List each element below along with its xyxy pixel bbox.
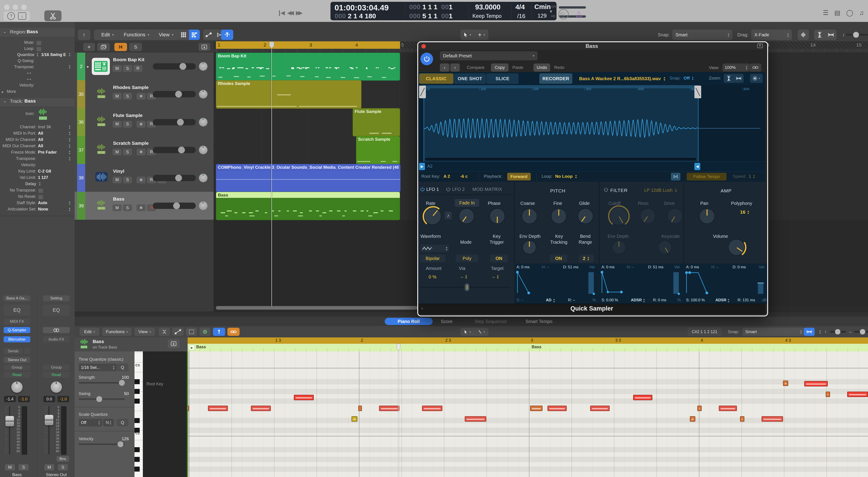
solo-button[interactable]: S (123, 65, 132, 72)
lfo2-tab[interactable]: LFO 2 (452, 187, 465, 192)
stepper[interactable]: ▴▾ (68, 137, 71, 142)
group-slot[interactable]: Group (43, 365, 70, 370)
list-editors-icon[interactable]: ☰ (823, 9, 829, 16)
swing-slider[interactable] (79, 399, 125, 400)
fade-in-label[interactable]: Fade In (455, 199, 479, 207)
lcd-signature[interactable]: 4/4 (515, 3, 525, 11)
slider-knob[interactable] (178, 146, 185, 154)
eq-slot[interactable]: EQ (43, 305, 70, 315)
amount-value[interactable]: 0 % (429, 274, 436, 280)
midi-note[interactable] (379, 406, 399, 411)
envelope-plot[interactable] (684, 270, 768, 297)
lfo1-tab[interactable]: LFO 1 (426, 187, 439, 192)
filter-type-dropdown[interactable]: LP 12dB Lush▴▾ (644, 188, 677, 193)
paste-button[interactable]: Paste (509, 64, 527, 72)
row-value[interactable]: All (38, 137, 43, 142)
midi-note[interactable] (351, 416, 358, 422)
lcd-key[interactable]: Cmin (534, 3, 551, 11)
pan-knob[interactable] (697, 206, 717, 226)
stepper[interactable]: ▴▾ (68, 52, 71, 57)
track-header-row[interactable]: 37Scratch SampleMS❄R (74, 136, 214, 164)
rootkey-cents[interactable]: -6 c (460, 174, 468, 179)
mute-button[interactable]: M (44, 464, 54, 471)
playhead-line[interactable] (272, 41, 272, 306)
undo-button[interactable]: Undo (533, 64, 550, 72)
envelope-panel[interactable]: A: 0 msH: –D: 0 msVelS: 100.0 %ADSR▴▾R: … (684, 264, 768, 304)
midi-note[interactable] (530, 406, 542, 411)
midi-note[interactable] (740, 416, 744, 422)
horizontal-scrollbar[interactable] (216, 306, 418, 310)
track-volume-slider[interactable] (153, 91, 196, 97)
midi-note[interactable] (548, 406, 567, 411)
midi-note[interactable] (633, 395, 652, 400)
catch-playhead-button[interactable] (221, 30, 233, 40)
disclosure-triangle[interactable]: ▸ (87, 64, 89, 69)
snap-dropdown[interactable]: Off▴▾ (684, 76, 694, 81)
freeze-button[interactable]: ❄ (136, 93, 146, 100)
row-value[interactable]: - - (27, 71, 31, 75)
reso-knob[interactable] (638, 206, 658, 226)
freeze-button[interactable]: ❄ (136, 148, 146, 156)
solo-button[interactable]: S (123, 93, 132, 100)
wave-vzoom-button[interactable] (724, 74, 734, 83)
media-browser-icon[interactable]: ♫ (859, 9, 864, 16)
tab-slice[interactable]: SLICE (487, 73, 519, 84)
row-value[interactable]: - - (27, 77, 31, 81)
edit-menu[interactable]: Edit▾ (94, 30, 121, 40)
automation-mode[interactable]: Read (43, 372, 70, 378)
midi-note[interactable] (294, 395, 314, 400)
env-mode-stepper[interactable]: ▴▾ (642, 298, 646, 303)
mode-value-button[interactable]: Poly (456, 254, 478, 262)
env-mode-stepper[interactable]: ▴▾ (727, 298, 730, 303)
channel-setting-button[interactable]: Setting (43, 296, 70, 301)
rewind-button[interactable]: ◀◀ (287, 9, 292, 16)
filter-env-depth-knob[interactable] (610, 238, 628, 257)
metronome-icon[interactable]: △ (574, 8, 584, 18)
envelope-plot[interactable] (515, 270, 599, 297)
midi-note[interactable] (590, 406, 610, 411)
bend-stepper[interactable]: ▴▾ (587, 256, 590, 261)
checkbox[interactable] (36, 40, 41, 45)
bipolar-button[interactable]: Bipolar (420, 254, 445, 262)
tq-apply-button[interactable]: Q (117, 364, 128, 371)
loop-browser-icon[interactable]: ◯ (846, 9, 853, 16)
command-tool-button[interactable]: +▾ (474, 30, 489, 40)
velocity-slider[interactable] (79, 444, 125, 445)
pr-h-zoom-slider[interactable] (854, 331, 868, 333)
no-overdub-icon[interactable]: ⃠ (558, 9, 569, 20)
pr-playhead-line[interactable] (398, 344, 399, 477)
v-zoom-slider[interactable]: ↕ (842, 33, 868, 37)
rate-sync-note-button[interactable]: ♪ (445, 212, 452, 219)
pr-edit-menu[interactable]: Edit▾ (80, 328, 99, 336)
arrange-region[interactable]: Scratch Sample (356, 136, 400, 164)
track-pan-knob[interactable] (199, 174, 208, 182)
track-pan-knob[interactable] (199, 201, 208, 210)
label-stepper[interactable]: ▴▾ (38, 181, 41, 186)
midi-note[interactable] (358, 406, 362, 411)
power-icon[interactable] (446, 187, 451, 192)
slider-knob[interactable] (118, 441, 123, 447)
pr-automation-button[interactable] (172, 328, 184, 336)
volume-value[interactable]: -1.0 (57, 396, 69, 402)
key-trigger-value[interactable]: ON (490, 254, 508, 262)
stepper[interactable]: ▴▾ (68, 150, 71, 155)
channel-setting-button[interactable]: Bass A Ga... (4, 296, 30, 301)
waveform-zoom-button[interactable] (798, 30, 809, 40)
piano-keys[interactable]: C3C2 (134, 351, 143, 477)
sq-note-dropdown[interactable]: N▴▾ (103, 419, 114, 427)
solo-button[interactable]: S (123, 204, 132, 211)
lcd-tempo[interactable]: 93.0000 (475, 3, 500, 11)
key-tracking-value[interactable]: ON (550, 254, 567, 262)
snap-dropdown[interactable]: Smart▴▾ (672, 30, 733, 40)
glide-knob[interactable] (576, 206, 595, 226)
mute-button[interactable]: M (113, 148, 122, 156)
keyscale-knob[interactable] (656, 238, 674, 257)
follow-tempo-button[interactable]: Follow Tempo (687, 173, 726, 180)
filter-type-stepper[interactable]: ▴▾ (674, 188, 677, 193)
pr-playhead-marker[interactable] (396, 343, 401, 351)
pr-region-lane[interactable] (188, 344, 868, 352)
volume-knob[interactable] (726, 237, 747, 258)
midi-note[interactable] (719, 406, 737, 411)
playhead-marker[interactable] (269, 41, 275, 49)
black-key[interactable] (134, 399, 140, 404)
